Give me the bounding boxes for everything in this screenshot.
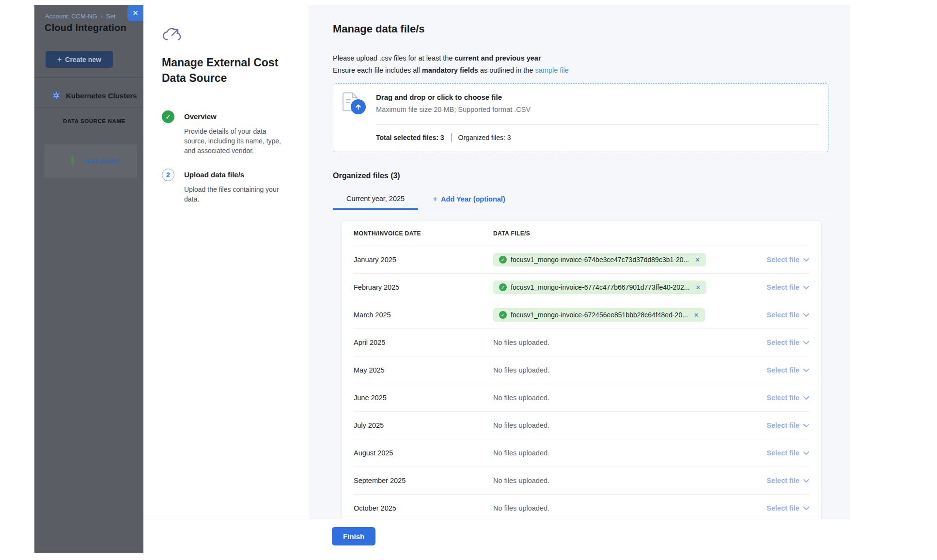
cloud-export-icon [162,25,182,44]
organized-files-count: Organized files: 3 [458,134,511,141]
table-row: January 2025 ✓ focusv1_mongo-invoice-674… [354,246,809,274]
dropzone-title: Drag and drop or click to choose file [376,93,502,101]
no-files-text: No files uploaded. [493,449,549,457]
chevron-down-icon [803,286,809,289]
chevron-down-icon [803,369,809,372]
close-button[interactable]: ✕ [127,5,143,21]
close-icon: ✕ [132,9,139,17]
table-row: March 2025 ✓ focusv1_mongo-invoice-67245… [354,301,809,329]
nav-kubernetes-clusters: Kubernetes Clusters [51,83,137,108]
table-row: August 2025 ✓ ✕ No files uploaded. Selec… [354,439,809,467]
chevron-down-icon [803,258,809,262]
year-tabs: Current year, 2025 + Add Year (optional) [333,190,833,209]
select-file-dropdown[interactable]: Select file [766,504,809,512]
add-year-button[interactable]: + Add Year (optional) [433,190,505,209]
breadcrumb: Account: CCM-NG›Set [45,13,116,20]
chevron-down-icon [803,341,809,344]
file-chip: ✓ focusv1_mongo-invoice-674be3ce47c73d37… [493,253,706,266]
nav-label: Kubernetes Clusters [66,92,137,100]
no-files-text: No files uploaded. [493,339,549,346]
divider [34,108,143,108]
select-file-dropdown[interactable]: Select file [766,449,809,457]
month-label: July 2025 [354,421,493,429]
data-source-row: test-jbisht [44,144,137,178]
step-label: Overview [184,110,285,123]
step-upload-data-files[interactable]: 2 Upload data file/s Upload the files co… [162,169,285,204]
chevron-down-icon [803,396,809,400]
data-file-cell: ✓ ✕ No files uploaded. [493,449,746,457]
file-name: focusv1_mongo-invoice-672456ee851bbb28c6… [511,311,688,319]
remove-file-icon[interactable]: ✕ [695,256,700,264]
page-title: Cloud Integration [45,22,126,33]
select-file-dropdown[interactable]: Select file [766,421,809,429]
chevron-down-icon [803,451,809,455]
breadcrumb-account: Account: CCM-NG [45,13,97,20]
select-file-dropdown[interactable]: Select file [766,366,809,374]
month-label: January 2025 [354,256,493,264]
sample-file-link[interactable]: sample file [535,66,569,74]
data-file-cell: ✓ ✕ No files uploaded. [493,366,746,374]
add-year-label: Add Year (optional) [441,195,505,203]
dropzone-divider [376,124,819,125]
remove-file-icon[interactable]: ✕ [694,311,699,319]
month-label: March 2025 [354,311,493,319]
instruction-line-1: Please upload .csv files for at least th… [333,52,829,64]
tab-current-year[interactable]: Current year, 2025 [333,190,418,210]
data-source-link: test-jbisht [85,157,118,165]
step-number-icon: 2 [162,169,174,181]
data-file-cell: ✓ ✕ No files uploaded. [493,504,746,512]
plus-icon: + [433,195,437,203]
upload-arrow-icon [351,99,366,114]
table-row: May 2025 ✓ ✕ No files uploaded. Select f… [354,357,809,384]
select-file-label: Select file [766,366,799,374]
no-files-text: No files uploaded. [493,477,549,484]
select-file-label: Select file [766,504,799,512]
select-file-label: Select file [766,421,799,429]
select-file-dropdown[interactable]: Select file [766,394,809,402]
select-file-dropdown[interactable]: Select file [766,311,809,319]
data-file-cell: ✓ focusv1_mongo-invoice-674be3ce47c73d37… [493,253,746,266]
select-file-dropdown[interactable]: Select file [766,477,809,484]
data-file-cell: ✓ ✕ No files uploaded. [493,339,746,346]
file-chip: ✓ focusv1_mongo-invoice-672456ee851bbb28… [493,308,705,322]
file-name: focusv1_mongo-invoice-6774c477b667901d77… [511,283,689,291]
select-file-label: Select file [766,311,799,319]
file-name: focusv1_mongo-invoice-674be3ce47c73d37dd… [511,256,689,264]
panel-heading: Manage data file/s [333,22,829,36]
drawer-title: Manage External Cost Data Source [162,55,283,86]
data-file-cell: ✓ ✕ No files uploaded. [493,394,746,402]
step-overview[interactable]: ✓ Overview Provide details of your data … [162,110,285,156]
step-label: Upload data file/s [184,169,285,181]
table-body: January 2025 ✓ focusv1_mongo-invoice-674… [354,246,809,519]
instruction-line-2: Ensure each file includes all mandatory … [333,64,829,77]
select-file-dropdown[interactable]: Select file [766,339,809,346]
select-file-dropdown[interactable]: Select file [766,256,809,264]
select-file-dropdown[interactable]: Select file [766,283,809,291]
select-file-label: Select file [766,256,799,264]
no-files-text: No files uploaded. [493,421,549,429]
plus-icon: + [57,56,62,63]
table-row: October 2025 ✓ ✕ No files uploaded. Sele… [354,495,809,519]
manage-external-cost-drawer: Manage External Cost Data Source ✓ Overv… [143,5,850,553]
data-file-cell: ✓ ✕ No files uploaded. [493,421,746,429]
no-files-text: No files uploaded. [493,366,549,374]
drawer-footer: Finish [143,519,850,553]
select-file-label: Select file [766,449,799,457]
step-description: Upload the files containing your data. [184,185,285,204]
month-label: February 2025 [354,283,493,291]
chevron-down-icon [803,424,809,427]
column-header-month: MONTH/INVOICE DATE [354,230,493,237]
no-files-text: No files uploaded. [493,394,549,402]
file-counts: Total selected files: 3 Organized files:… [376,133,511,142]
select-file-label: Select file [766,394,799,402]
stepper-panel: Manage External Cost Data Source ✓ Overv… [143,5,309,519]
organized-files-table: MONTH/INVOICE DATE DATA FILE/S January 2… [342,221,821,519]
kubernetes-icon [51,91,61,100]
finish-button[interactable]: Finish [332,527,375,545]
data-file-cell: ✓ ✕ No files uploaded. [493,477,746,484]
file-dropzone[interactable]: Drag and drop or click to choose file Ma… [333,83,829,152]
create-new-label: Create new [65,56,101,63]
remove-file-icon[interactable]: ✕ [695,284,701,291]
select-file-label: Select file [766,339,799,346]
breadcrumb-section: Set [106,13,116,20]
